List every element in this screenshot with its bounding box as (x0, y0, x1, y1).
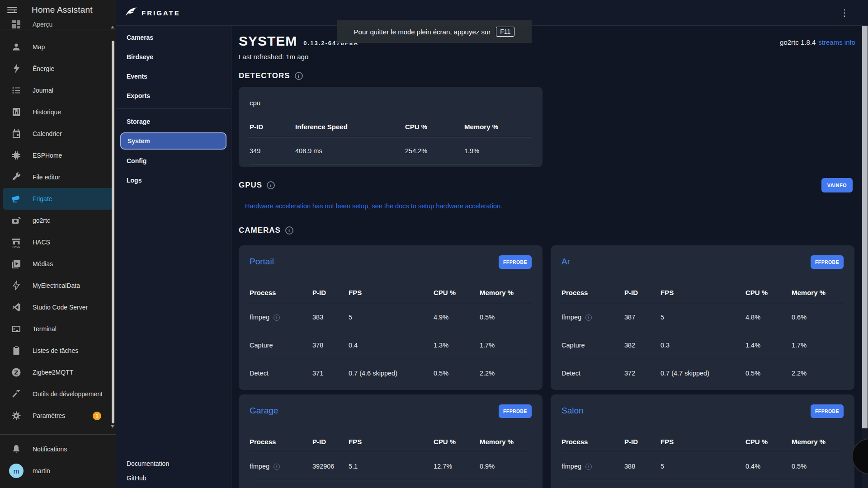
hammer-icon (11, 389, 22, 399)
table-row: ffmpegi 392906 5.1 12.7% 0.9% (250, 452, 532, 480)
camera-title[interactable]: Ar (561, 255, 570, 268)
lightning-bolt-icon (11, 63, 22, 74)
chip-icon (11, 150, 22, 161)
ha-sidebar-footer: Notifications m martin (0, 434, 116, 482)
main-scrollbar-thumb[interactable] (862, 26, 868, 428)
nav-item-system[interactable]: System (120, 132, 226, 150)
sidebar-item-medias[interactable]: Médias (0, 253, 116, 275)
ffprobe-button[interactable]: FFPROBE (811, 255, 844, 269)
cameras-heading: CAMERAS i (239, 226, 855, 235)
camera-table: Process P-ID FPS CPU % Memory % ffmpegi … (250, 438, 532, 480)
info-icon[interactable]: i (295, 72, 303, 80)
user-item[interactable]: m martin (0, 460, 116, 482)
camera-card-portail: Portail FFPROBE Process P-ID FPS CPU % M… (239, 245, 542, 390)
frigate-bird-icon (125, 6, 137, 19)
home-assistant-sidebar: ‹ Home Assistant Aperçu Map Énergie Jour… (0, 0, 116, 488)
ffprobe-button[interactable]: FFPROBE (499, 255, 532, 269)
user-name: martin (33, 467, 50, 474)
sidebar-item-journal[interactable]: Journal (0, 80, 116, 101)
person-icon (11, 42, 22, 52)
nav-item-birdseye[interactable]: Birdseye (116, 47, 231, 66)
sidebar-toggle-icon[interactable]: ‹ (7, 7, 17, 13)
col-inference-speed: Inference Speed (295, 123, 405, 137)
settings-badge: 1 (93, 412, 101, 420)
info-icon[interactable]: i (267, 181, 275, 189)
bell-icon (11, 444, 22, 455)
media-play-icon (11, 258, 22, 269)
sidebar-item-historique[interactable]: Historique (0, 101, 116, 123)
camera-card-garage: Garage FFPROBE Process P-ID FPS CPU % Me… (239, 394, 542, 488)
kebab-menu-icon[interactable]: ⋮ (840, 8, 849, 17)
camera-card-salon: Salon FFPROBE Process P-ID FPS CPU % Mem… (551, 394, 854, 488)
ha-title: Home Assistant (32, 5, 93, 15)
go2rtc-info: go2rtc 1.8.4streams info (780, 36, 855, 49)
sidebar-scroll-up-arrow[interactable] (111, 26, 114, 28)
camera-title[interactable]: Garage (250, 404, 278, 417)
ha-sidebar-list: Map Énergie Journal Historique Calendrie… (0, 29, 116, 427)
camera-card-ar: Ar FFPROBE Process P-ID FPS CPU % Memory… (551, 245, 854, 390)
wrench-icon (11, 172, 22, 183)
sidebar-item-terminal[interactable]: Terminal (0, 318, 116, 340)
info-icon[interactable]: i (585, 314, 592, 321)
camera-title[interactable]: Salon (561, 404, 584, 417)
nav-item-cameras[interactable]: Cameras (116, 28, 231, 47)
webcam-icon (11, 215, 22, 226)
nav-item-events[interactable]: Events (116, 66, 231, 86)
vainfo-button[interactable]: VAINFO (821, 178, 853, 192)
table-row: Detect 372 0.7 (4.7 skipped) 0.5% 2.2% (561, 359, 844, 387)
notifications-item[interactable]: Notifications (0, 438, 116, 460)
ffprobe-button[interactable]: FFPROBE (499, 404, 532, 418)
sidebar-item-myelectricaldata[interactable]: MyElectricalData (0, 275, 116, 296)
detectors-heading: DETECTORS i (239, 71, 855, 80)
hwaccel-docs-link[interactable]: Hardware acceleration has not been setup… (245, 202, 855, 210)
ffprobe-button[interactable]: FFPROBE (811, 404, 844, 418)
sidebar-scrollbar[interactable] (112, 41, 114, 423)
last-refreshed: Last refreshed: 1m ago (239, 53, 855, 61)
lightning-outline-icon (11, 280, 22, 291)
calendar-icon (11, 128, 22, 139)
sidebar-item-frigate[interactable]: Frigate (3, 188, 113, 210)
nav-item-exports[interactable]: Exports (116, 86, 231, 105)
table-row: 349 408.9 ms 254.2% 1.9% (250, 137, 532, 164)
nav-item-storage[interactable]: Storage (116, 112, 231, 131)
sidebar-item-file-editor[interactable]: File editor (0, 166, 116, 188)
bulleted-list-icon (11, 85, 22, 96)
info-icon[interactable]: i (285, 226, 293, 235)
nav-item-documentation[interactable]: Documentation (116, 456, 231, 471)
info-icon[interactable]: i (585, 464, 592, 470)
nav-item-config[interactable]: Config (116, 151, 231, 170)
sidebar-item-parametres[interactable]: Paramètres 1 (0, 405, 116, 427)
page-title: SYSTEM (239, 33, 297, 49)
nav-item-github[interactable]: GitHub (116, 471, 231, 485)
sidebar-item-hacs[interactable]: HACS HACS (0, 231, 116, 253)
svg-text:HACS: HACS (12, 245, 20, 248)
sidebar-item-energie[interactable]: Énergie (0, 58, 116, 80)
sidebar-item-outils-dev[interactable]: Outils de développement (0, 383, 116, 405)
sidebar-item-esphome[interactable]: ESPHome (0, 145, 116, 166)
sidebar-item-listes-de-taches[interactable]: Listes de tâches (0, 340, 116, 361)
page-header: SYSTEM 0.13.2-6476F8A go2rtc 1.8.4stream… (239, 33, 855, 49)
sidebar-item-studio-code-server[interactable]: Studio Code Server (0, 296, 116, 318)
table-row: ffmpegi 383 5 4.9% 0.5% (250, 303, 532, 331)
sidebar-item-zigbee2mqtt[interactable]: Zigbee2MQTT (0, 361, 116, 383)
sidebar-item-map[interactable]: Map (0, 36, 116, 58)
sidebar-item-calendrier[interactable]: Calendrier (0, 123, 116, 145)
vscode-icon (11, 302, 22, 313)
camera-table: Process P-ID FPS CPU % Memory % ffmpegi … (561, 289, 844, 387)
info-icon[interactable]: i (274, 314, 280, 321)
camera-title[interactable]: Portail (250, 255, 274, 268)
cctv-icon (11, 193, 22, 204)
streams-info-link[interactable]: streams info (818, 38, 855, 46)
avatar: m (9, 464, 24, 478)
sidebar-item-go2rtc[interactable]: go2rtc (0, 210, 116, 231)
info-icon[interactable]: i (274, 464, 280, 470)
zigbee-icon (11, 367, 22, 378)
main-scrollbar-track[interactable] (862, 26, 868, 488)
sidebar-item-apercu[interactable]: Aperçu (0, 20, 116, 29)
gpus-heading-row: GPUS i VAINFO (239, 178, 855, 192)
clipboard-icon (11, 345, 22, 356)
sidebar-scroll-down-arrow[interactable] (111, 425, 114, 428)
view-dashboard-icon (11, 20, 22, 29)
nav-item-logs[interactable]: Logs (116, 170, 231, 190)
shop-icon: HACS (11, 237, 22, 248)
